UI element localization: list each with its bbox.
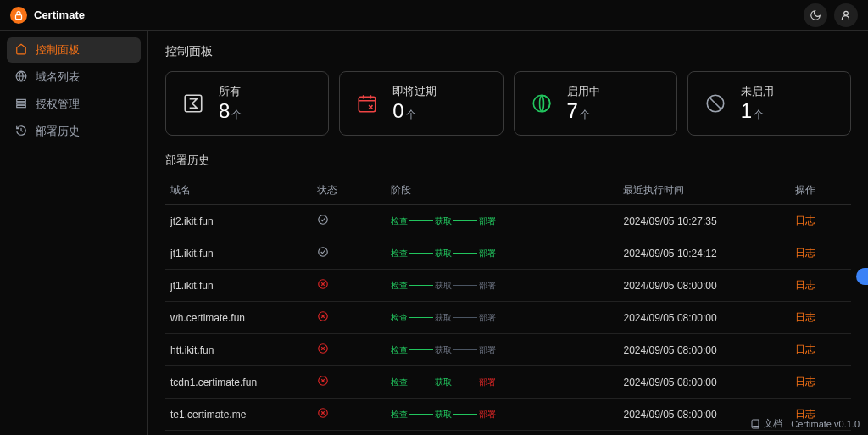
stat-unit: 个 — [231, 108, 242, 122]
cell-domain: wh.certimate.fun — [165, 302, 312, 334]
svg-rect-4 — [17, 102, 26, 103]
stat-value: 8个 — [219, 99, 242, 123]
stat-label: 所有 — [219, 84, 242, 99]
stat-unit: 个 — [580, 108, 590, 122]
user-menu-button[interactable] — [834, 3, 858, 27]
svg-rect-0 — [16, 14, 22, 19]
col-stage: 阶段 — [386, 176, 618, 205]
sidebar-item-2[interactable]: 授权管理 — [7, 92, 141, 117]
cell-action: 日志 — [790, 431, 851, 436]
table-row: jt1.ikit.fun 检查获取部署 2024/09/05 08:00:00 … — [165, 270, 851, 302]
float-badge[interactable] — [856, 268, 868, 285]
user-icon — [840, 9, 852, 21]
cell-time: 2024/09/05 08:00:00 — [618, 270, 789, 302]
svg-rect-5 — [17, 105, 26, 107]
page-title: 控制面板 — [165, 44, 851, 59]
stage-bar — [409, 382, 433, 382]
stat-card-3[interactable]: 未启用 1个 — [687, 71, 851, 136]
list-icon — [15, 98, 27, 112]
cell-action: 日志 — [790, 302, 851, 334]
stat-unit: 个 — [754, 108, 764, 122]
svg-point-1 — [844, 11, 849, 15]
sidebar-item-3[interactable]: 部署历史 — [7, 119, 141, 144]
table-row: te1.certimate.me 检查获取部署 2024/09/05 08:00… — [165, 399, 851, 431]
cell-domain: tcdn1.certimate.fun — [165, 366, 312, 399]
stage-label: 检查 — [391, 409, 408, 421]
stage-label: 部署 — [479, 376, 496, 388]
table-row: ht2.certimate.fun 检查获取部署 2024/09/05 08:0… — [165, 431, 851, 436]
cell-action: 日志 — [790, 237, 851, 270]
x-circle-icon — [317, 407, 329, 419]
stage-bar — [453, 382, 477, 382]
stage-label: 获取 — [435, 376, 452, 388]
cell-stage: 检查获取部署 — [386, 237, 618, 270]
home-icon — [15, 43, 27, 58]
brand-name: Certimate — [34, 8, 85, 21]
stat-card-1[interactable]: 即将过期 0个 — [339, 71, 503, 136]
stage-label: 检查 — [391, 376, 408, 388]
cell-action: 日志 — [790, 205, 851, 237]
log-link[interactable]: 日志 — [795, 215, 815, 226]
calendar-x-icon — [355, 92, 379, 115]
cell-time: 2024/09/05 08:00:00 — [618, 334, 789, 366]
stat-card-0[interactable]: 所有 8个 — [165, 71, 329, 136]
cell-domain: te1.certimate.me — [165, 399, 312, 431]
cell-stage: 检查获取部署 — [386, 302, 618, 334]
stat-value: 0个 — [392, 99, 437, 123]
stage-bar — [453, 317, 477, 318]
check-circle-icon — [317, 246, 329, 258]
cell-stage: 检查获取部署 — [386, 270, 618, 302]
stat-value: 1个 — [741, 99, 774, 123]
cell-action: 日志 — [790, 270, 851, 302]
log-link[interactable]: 日志 — [795, 279, 815, 291]
cell-status — [312, 270, 386, 302]
main-content: 控制面板 所有 8个 即将过期 0个 启用中 7个 未启用 1个 部署历史 域名… — [148, 31, 868, 435]
stage-label: 检查 — [391, 280, 408, 292]
moon-icon — [810, 9, 821, 21]
cell-status — [312, 237, 386, 270]
log-link[interactable]: 日志 — [795, 247, 815, 259]
sidebar: 控制面板域名列表授权管理部署历史 — [0, 31, 148, 435]
sidebar-item-label: 授权管理 — [36, 97, 80, 112]
stage-bar — [453, 285, 477, 286]
stage-label: 获取 — [435, 344, 452, 356]
stage-bar — [409, 220, 433, 221]
log-link[interactable]: 日志 — [795, 376, 815, 388]
col-status: 状态 — [312, 176, 386, 205]
sidebar-item-0[interactable]: 控制面板 — [7, 37, 141, 63]
sidebar-item-1[interactable]: 域名列表 — [7, 64, 141, 90]
stage-bar — [409, 349, 433, 350]
sidebar-item-label: 部署历史 — [36, 124, 80, 139]
stage-label: 检查 — [391, 248, 408, 259]
col-time: 最近执行时间 — [618, 176, 789, 205]
cell-status — [312, 399, 386, 431]
cell-domain: ht2.certimate.fun — [165, 431, 312, 436]
stage-bar — [453, 253, 477, 254]
stat-card-2[interactable]: 启用中 7个 — [514, 71, 677, 136]
theme-toggle-button[interactable] — [804, 3, 827, 27]
svg-rect-3 — [17, 99, 26, 101]
stage-bar — [409, 414, 433, 415]
cell-stage: 检查获取部署 — [386, 431, 618, 436]
table-row: jt1.ikit.fun 检查获取部署 2024/09/05 10:24:12 … — [165, 237, 851, 270]
stage-progress: 检查获取部署 — [391, 312, 613, 324]
cell-status — [312, 205, 386, 237]
cell-status — [312, 431, 386, 436]
log-link[interactable]: 日志 — [795, 311, 815, 323]
stage-label: 检查 — [391, 344, 408, 356]
topbar: Certimate — [0, 0, 868, 31]
stage-label: 部署 — [479, 409, 496, 421]
cell-status — [312, 366, 386, 399]
lock-icon — [14, 10, 24, 20]
stats-row: 所有 8个 即将过期 0个 启用中 7个 未启用 1个 — [165, 71, 851, 136]
table-row: wh.certimate.fun 检查获取部署 2024/09/05 08:00… — [165, 302, 851, 334]
book-icon — [750, 419, 760, 429]
log-link[interactable]: 日志 — [795, 343, 815, 355]
docs-link[interactable]: 文档 — [750, 417, 782, 430]
cell-stage: 检查获取部署 — [386, 334, 618, 366]
history-table: 域名 状态 阶段 最近执行时间 操作 jt2.ikit.fun 检查获取部署 2… — [165, 176, 851, 435]
stage-label: 部署 — [479, 215, 496, 227]
stage-label: 获取 — [435, 248, 452, 259]
brand: Certimate — [10, 7, 85, 24]
stage-bar — [453, 220, 477, 221]
